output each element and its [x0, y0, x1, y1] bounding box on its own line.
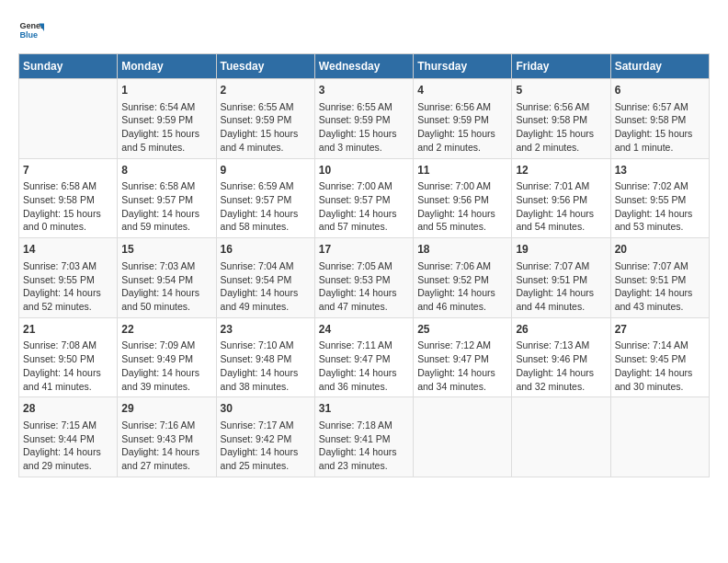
calendar-cell: 3Sunrise: 6:55 AM Sunset: 9:59 PM Daylig… [314, 79, 413, 159]
day-content: Sunrise: 6:56 AM Sunset: 9:58 PM Dayligh… [516, 100, 606, 155]
calendar-cell: 8Sunrise: 6:58 AM Sunset: 9:57 PM Daylig… [118, 158, 216, 238]
calendar-week-1: 1Sunrise: 6:54 AM Sunset: 9:59 PM Daylig… [19, 79, 710, 159]
calendar-cell: 11Sunrise: 7:00 AM Sunset: 9:56 PM Dayli… [414, 158, 512, 238]
day-number: 16 [221, 242, 311, 258]
calendar-cell: 18Sunrise: 7:06 AM Sunset: 9:52 PM Dayli… [414, 238, 512, 318]
day-content: Sunrise: 7:16 AM Sunset: 9:43 PM Dayligh… [121, 419, 211, 473]
calendar-week-4: 21Sunrise: 7:08 AM Sunset: 9:50 PM Dayli… [19, 317, 710, 397]
day-content: Sunrise: 7:00 AM Sunset: 9:56 PM Dayligh… [417, 179, 507, 234]
calendar-cell: 10Sunrise: 7:00 AM Sunset: 9:57 PM Dayli… [314, 158, 413, 238]
calendar-cell: 25Sunrise: 7:12 AM Sunset: 9:47 PM Dayli… [414, 317, 512, 397]
calendar-cell: 31Sunrise: 7:18 AM Sunset: 9:41 PM Dayli… [314, 397, 413, 477]
day-number: 22 [121, 322, 211, 338]
calendar-week-5: 28Sunrise: 7:15 AM Sunset: 9:44 PM Dayli… [19, 397, 710, 477]
calendar-cell: 12Sunrise: 7:01 AM Sunset: 9:56 PM Dayli… [512, 158, 610, 238]
day-content: Sunrise: 7:08 AM Sunset: 9:50 PM Dayligh… [23, 339, 113, 393]
calendar-cell: 27Sunrise: 7:14 AM Sunset: 9:45 PM Dayli… [610, 317, 709, 397]
col-header-sunday: Sunday [19, 54, 118, 79]
page-header: General Blue [18, 18, 710, 44]
logo-icon: General Blue [18, 18, 44, 44]
day-number: 20 [615, 242, 705, 258]
day-number: 6 [615, 83, 705, 98]
col-header-friday: Friday [512, 54, 610, 79]
day-content: Sunrise: 7:15 AM Sunset: 9:44 PM Dayligh… [23, 419, 113, 473]
day-number: 7 [23, 163, 113, 178]
calendar-cell: 6Sunrise: 6:57 AM Sunset: 9:58 PM Daylig… [610, 79, 709, 159]
col-header-thursday: Thursday [414, 54, 512, 79]
day-content: Sunrise: 7:02 AM Sunset: 9:55 PM Dayligh… [615, 179, 705, 234]
calendar-cell: 7Sunrise: 6:58 AM Sunset: 9:58 PM Daylig… [19, 158, 118, 238]
day-content: Sunrise: 6:59 AM Sunset: 9:57 PM Dayligh… [221, 179, 311, 234]
day-number: 28 [23, 401, 113, 417]
day-number: 13 [615, 163, 705, 178]
day-number: 17 [319, 242, 409, 258]
day-number: 26 [516, 322, 606, 338]
day-number: 27 [615, 322, 705, 338]
day-content: Sunrise: 7:00 AM Sunset: 9:57 PM Dayligh… [319, 179, 409, 234]
day-number: 4 [417, 83, 507, 98]
day-content: Sunrise: 6:55 AM Sunset: 9:59 PM Dayligh… [319, 100, 409, 155]
day-content: Sunrise: 7:06 AM Sunset: 9:52 PM Dayligh… [417, 259, 507, 314]
day-number: 14 [23, 242, 113, 258]
day-number: 3 [319, 83, 409, 98]
calendar-cell: 23Sunrise: 7:10 AM Sunset: 9:48 PM Dayli… [216, 317, 314, 397]
col-header-tuesday: Tuesday [216, 54, 314, 79]
day-content: Sunrise: 7:17 AM Sunset: 9:42 PM Dayligh… [221, 419, 311, 473]
calendar-cell: 15Sunrise: 7:03 AM Sunset: 9:54 PM Dayli… [118, 238, 216, 318]
day-content: Sunrise: 7:11 AM Sunset: 9:47 PM Dayligh… [319, 339, 409, 393]
day-content: Sunrise: 7:18 AM Sunset: 9:41 PM Dayligh… [319, 419, 409, 473]
calendar-cell [610, 397, 709, 477]
day-content: Sunrise: 6:58 AM Sunset: 9:57 PM Dayligh… [121, 179, 211, 234]
day-content: Sunrise: 6:57 AM Sunset: 9:58 PM Dayligh… [615, 100, 705, 155]
calendar-cell: 29Sunrise: 7:16 AM Sunset: 9:43 PM Dayli… [118, 397, 216, 477]
calendar-cell: 4Sunrise: 6:56 AM Sunset: 9:59 PM Daylig… [414, 79, 512, 159]
calendar-cell: 14Sunrise: 7:03 AM Sunset: 9:55 PM Dayli… [19, 238, 118, 318]
calendar-cell: 17Sunrise: 7:05 AM Sunset: 9:53 PM Dayli… [314, 238, 413, 318]
calendar-header-row: SundayMondayTuesdayWednesdayThursdayFrid… [19, 54, 710, 79]
calendar-cell: 20Sunrise: 7:07 AM Sunset: 9:51 PM Dayli… [610, 238, 709, 318]
calendar-cell: 22Sunrise: 7:09 AM Sunset: 9:49 PM Dayli… [118, 317, 216, 397]
calendar-cell [512, 397, 610, 477]
day-number: 25 [417, 322, 507, 338]
day-number: 12 [516, 163, 606, 178]
day-content: Sunrise: 7:14 AM Sunset: 9:45 PM Dayligh… [615, 339, 705, 393]
calendar-cell: 19Sunrise: 7:07 AM Sunset: 9:51 PM Dayli… [512, 238, 610, 318]
day-number: 8 [121, 163, 211, 178]
calendar-cell: 13Sunrise: 7:02 AM Sunset: 9:55 PM Dayli… [610, 158, 709, 238]
day-number: 30 [221, 401, 311, 417]
day-number: 19 [516, 242, 606, 258]
calendar-cell: 21Sunrise: 7:08 AM Sunset: 9:50 PM Dayli… [19, 317, 118, 397]
day-content: Sunrise: 6:56 AM Sunset: 9:59 PM Dayligh… [417, 100, 507, 155]
calendar-cell [19, 79, 118, 159]
calendar-cell: 5Sunrise: 6:56 AM Sunset: 9:58 PM Daylig… [512, 79, 610, 159]
day-content: Sunrise: 7:12 AM Sunset: 9:47 PM Dayligh… [417, 339, 507, 393]
calendar-cell: 2Sunrise: 6:55 AM Sunset: 9:59 PM Daylig… [216, 79, 314, 159]
calendar-week-3: 14Sunrise: 7:03 AM Sunset: 9:55 PM Dayli… [19, 238, 710, 318]
day-number: 23 [221, 322, 311, 338]
calendar-cell: 1Sunrise: 6:54 AM Sunset: 9:59 PM Daylig… [118, 79, 216, 159]
day-number: 2 [221, 83, 311, 98]
col-header-wednesday: Wednesday [314, 54, 413, 79]
svg-text:Blue: Blue [19, 30, 38, 40]
calendar-cell: 30Sunrise: 7:17 AM Sunset: 9:42 PM Dayli… [216, 397, 314, 477]
day-content: Sunrise: 6:54 AM Sunset: 9:59 PM Dayligh… [121, 100, 211, 155]
logo: General Blue [18, 18, 48, 44]
day-content: Sunrise: 7:04 AM Sunset: 9:54 PM Dayligh… [221, 259, 311, 314]
calendar-cell: 28Sunrise: 7:15 AM Sunset: 9:44 PM Dayli… [19, 397, 118, 477]
day-number: 29 [121, 401, 211, 417]
day-number: 18 [417, 242, 507, 258]
col-header-monday: Monday [118, 54, 216, 79]
day-content: Sunrise: 7:10 AM Sunset: 9:48 PM Dayligh… [221, 339, 311, 393]
day-content: Sunrise: 7:07 AM Sunset: 9:51 PM Dayligh… [516, 259, 606, 314]
day-number: 10 [319, 163, 409, 178]
day-number: 24 [319, 322, 409, 338]
day-number: 15 [121, 242, 211, 258]
day-content: Sunrise: 7:03 AM Sunset: 9:55 PM Dayligh… [23, 259, 113, 314]
day-number: 31 [319, 401, 409, 417]
day-number: 9 [221, 163, 311, 178]
calendar-table: SundayMondayTuesdayWednesdayThursdayFrid… [18, 53, 710, 477]
day-content: Sunrise: 6:55 AM Sunset: 9:59 PM Dayligh… [221, 100, 311, 155]
day-content: Sunrise: 7:13 AM Sunset: 9:46 PM Dayligh… [516, 339, 606, 393]
calendar-cell [414, 397, 512, 477]
day-content: Sunrise: 6:58 AM Sunset: 9:58 PM Dayligh… [23, 179, 113, 234]
